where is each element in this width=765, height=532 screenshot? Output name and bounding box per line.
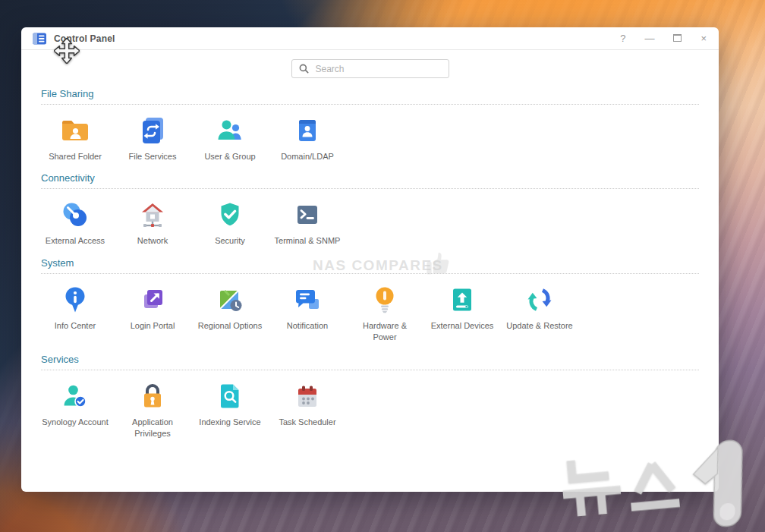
- terminal-snmp-icon: [292, 200, 323, 230]
- hardware-power-icon: [370, 285, 400, 315]
- cp-item-security[interactable]: Security: [191, 200, 269, 247]
- item-label: Task Scheduler: [279, 417, 335, 428]
- window-title: Control Panel: [54, 33, 115, 44]
- item-label: Terminal & SNMP: [275, 235, 341, 247]
- search-box[interactable]: [291, 59, 449, 78]
- section-title: System: [41, 257, 699, 269]
- item-label: Hardware & Power: [358, 320, 411, 344]
- search-input[interactable]: [314, 63, 442, 75]
- section-connectivity: Connectivity External Access: [41, 172, 699, 247]
- item-label: Domain/LDAP: [281, 151, 334, 162]
- application-privileges-icon: [137, 381, 168, 411]
- cp-item-hardware-power[interactable]: Hardware & Power: [346, 285, 423, 344]
- cp-item-domain-ldap[interactable]: Domain/LDAP: [269, 115, 346, 162]
- cp-item-synology-account[interactable]: Synology Account: [36, 381, 114, 440]
- login-portal-icon: [137, 285, 168, 315]
- window-titlebar[interactable]: Control Panel ? — ×: [21, 27, 719, 50]
- close-button[interactable]: ×: [700, 33, 707, 43]
- cp-item-application-privileges[interactable]: Application Privileges: [114, 381, 191, 440]
- section-services: Services Synology Account: [41, 354, 699, 440]
- cp-item-external-access[interactable]: External Access: [36, 200, 114, 247]
- regional-options-icon: [215, 285, 245, 315]
- cp-item-update-restore[interactable]: Update & Restore: [501, 285, 578, 344]
- cp-item-network[interactable]: Network: [114, 200, 191, 247]
- section-title: File Sharing: [41, 88, 699, 99]
- cp-item-notification[interactable]: Notification: [269, 285, 346, 344]
- security-icon: [215, 200, 245, 230]
- item-label: External Access: [46, 235, 105, 247]
- item-label: Update & Restore: [506, 320, 572, 332]
- user-group-icon: [215, 115, 245, 146]
- item-label: Login Portal: [131, 320, 175, 332]
- cp-item-regional-options[interactable]: Regional Options: [191, 285, 269, 344]
- cp-item-info-center[interactable]: Info Center: [36, 285, 114, 344]
- indexing-service-icon: [215, 381, 245, 411]
- maximize-button[interactable]: [673, 33, 682, 43]
- control-panel-app-icon: [32, 31, 47, 46]
- maximize-icon: [673, 34, 682, 42]
- cp-item-indexing-service[interactable]: Indexing Service: [191, 381, 269, 440]
- update-restore-icon: [524, 285, 555, 315]
- item-label: Regional Options: [198, 320, 262, 332]
- item-label: Network: [137, 235, 168, 247]
- help-button[interactable]: ?: [620, 33, 625, 43]
- notification-icon: [292, 285, 323, 315]
- external-access-icon: [60, 200, 90, 230]
- section-title: Services: [41, 354, 699, 365]
- cp-item-file-services[interactable]: File Services: [114, 115, 191, 162]
- item-label: Security: [215, 235, 245, 247]
- synology-account-icon: [60, 381, 90, 411]
- cp-item-user-group[interactable]: User & Group: [191, 115, 269, 162]
- minimize-button[interactable]: —: [644, 33, 654, 43]
- info-center-icon: [60, 285, 90, 315]
- cp-item-terminal-snmp[interactable]: Terminal & SNMP: [269, 200, 346, 247]
- section-file-sharing: File Sharing Shared Folder: [41, 88, 699, 162]
- item-label: User & Group: [204, 151, 255, 162]
- section-title: Connectivity: [41, 172, 699, 184]
- cp-item-task-scheduler[interactable]: Task Scheduler: [269, 381, 346, 440]
- item-label: File Services: [129, 151, 177, 162]
- item-label: Info Center: [55, 320, 96, 332]
- file-services-icon: [137, 115, 168, 146]
- item-label: Shared Folder: [49, 151, 102, 162]
- item-label: External Devices: [431, 320, 494, 332]
- cp-item-shared-folder[interactable]: Shared Folder: [36, 115, 114, 162]
- item-label: Indexing Service: [199, 417, 260, 428]
- section-system: System Info Center: [41, 257, 699, 344]
- control-panel-window: Control Panel ? — × File Sharing: [21, 27, 719, 492]
- item-label: Notification: [287, 320, 328, 332]
- cp-item-login-portal[interactable]: Login Portal: [114, 285, 191, 344]
- task-scheduler-icon: [292, 381, 323, 411]
- external-devices-icon: [447, 285, 477, 315]
- item-label: Application Privileges: [114, 417, 191, 440]
- domain-ldap-icon: [292, 115, 323, 146]
- shared-folder-icon: [60, 115, 90, 146]
- network-icon: [137, 200, 168, 230]
- cp-item-external-devices[interactable]: External Devices: [423, 285, 501, 344]
- item-label: Synology Account: [42, 417, 108, 428]
- search-icon: [298, 63, 310, 74]
